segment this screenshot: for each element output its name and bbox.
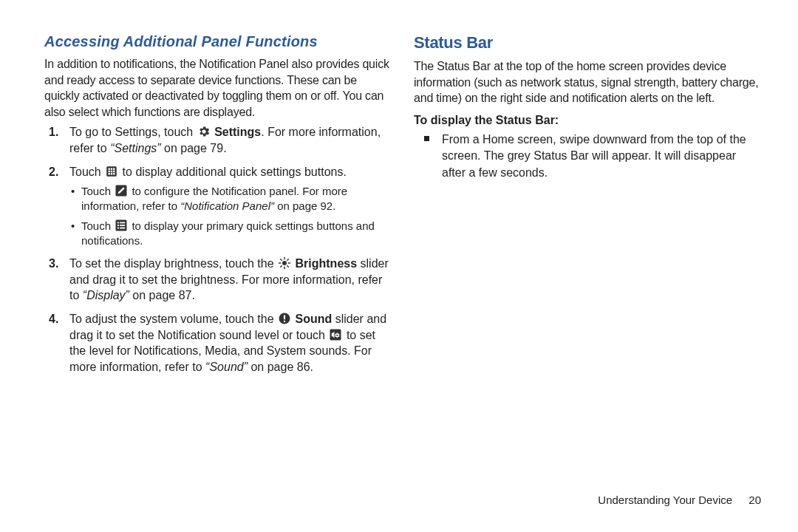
svg-rect-13 [120, 222, 125, 223]
svg-line-24 [287, 266, 289, 267]
page-footer: Understanding Your Device 20 [598, 494, 761, 506]
manual-page: Accessing Additional Panel Functions In … [0, 0, 798, 532]
svg-rect-28 [284, 315, 285, 319]
text: on page 87. [129, 289, 195, 301]
step-3: 3. To set the display brightness, touch … [44, 256, 392, 304]
right-bullet-1: From a Home screen, swipe downward from … [424, 132, 761, 181]
ref-sound: “Sound” [205, 361, 248, 373]
step-number: 1. [49, 124, 58, 140]
footer-page-number: 20 [748, 494, 761, 506]
sound-icon [278, 312, 291, 325]
svg-rect-8 [111, 173, 112, 174]
svg-rect-3 [113, 168, 115, 169]
text: Touch [69, 166, 104, 178]
step-2: 2. Touch to display additional quick set… [44, 164, 392, 249]
text: on page 92. [274, 200, 335, 212]
step-2b: Touch to display your primary quick sett… [69, 219, 392, 249]
list-icon [115, 219, 128, 232]
svg-rect-6 [113, 170, 115, 171]
grid-icon [105, 165, 118, 178]
svg-rect-7 [109, 173, 110, 174]
text: Touch [81, 185, 114, 197]
svg-rect-14 [117, 225, 119, 226]
svg-rect-17 [120, 227, 125, 228]
brightness-icon [278, 256, 291, 270]
settings-label: Settings [214, 126, 261, 138]
ref-settings: “Settings” [110, 142, 160, 154]
svg-rect-9 [113, 173, 115, 174]
svg-rect-4 [109, 170, 110, 171]
sound-settings-icon [329, 328, 342, 341]
step-number: 2. [49, 164, 58, 180]
step-2a: Touch to configure the Notification pane… [69, 184, 392, 214]
svg-point-18 [282, 261, 287, 265]
step-1: 1. To go to Settings, touch Settings. Fo… [44, 124, 392, 156]
right-heading: Status Bar [414, 33, 761, 52]
svg-rect-1 [109, 168, 110, 169]
svg-rect-15 [120, 225, 125, 226]
step-number: 3. [49, 256, 58, 272]
right-bullets: From a Home screen, swipe downward from … [424, 132, 761, 181]
text: To go to Settings, touch [69, 126, 197, 138]
text: to display additional quick settings but… [123, 166, 347, 178]
svg-line-25 [281, 266, 282, 267]
two-column-layout: Accessing Additional Panel Functions In … [44, 33, 761, 382]
text: on page 86. [248, 361, 313, 373]
gear-icon [197, 125, 211, 138]
pencil-icon [115, 184, 128, 197]
svg-line-26 [287, 259, 289, 261]
svg-rect-5 [111, 170, 112, 171]
step-4: 4. To adjust the system volume, touch th… [44, 311, 392, 375]
ref-notification-panel: “Notification Panel” [180, 200, 274, 212]
svg-rect-2 [111, 168, 112, 169]
ref-display: “Display” [83, 289, 129, 301]
footer-section: Understanding Your Device [598, 494, 732, 506]
text: Touch [81, 219, 114, 232]
right-intro: The Status Bar at the top of the home sc… [414, 58, 761, 106]
step-number: 4. [49, 311, 58, 327]
text: To adjust the system volume, touch the [69, 313, 277, 325]
svg-point-29 [284, 321, 285, 322]
left-intro: In addition to notifications, the Notifi… [44, 56, 392, 120]
left-column: Accessing Additional Panel Functions In … [44, 33, 392, 382]
right-subhead: To display the Status Bar: [414, 114, 761, 127]
text: To set the display brightness, touch the [69, 257, 277, 270]
right-column: Status Bar The Status Bar at the top of … [414, 33, 761, 382]
step-2-sublist: Touch to configure the Notification pane… [69, 184, 392, 248]
sound-label: Sound [295, 313, 332, 325]
svg-rect-12 [117, 222, 119, 223]
brightness-label: Brightness [296, 257, 358, 270]
text: on page 79. [161, 142, 227, 154]
steps-list: 1. To go to Settings, touch Settings. Fo… [44, 124, 392, 375]
svg-line-23 [281, 259, 282, 261]
svg-rect-16 [117, 227, 119, 228]
left-heading: Accessing Additional Panel Functions [44, 33, 392, 50]
